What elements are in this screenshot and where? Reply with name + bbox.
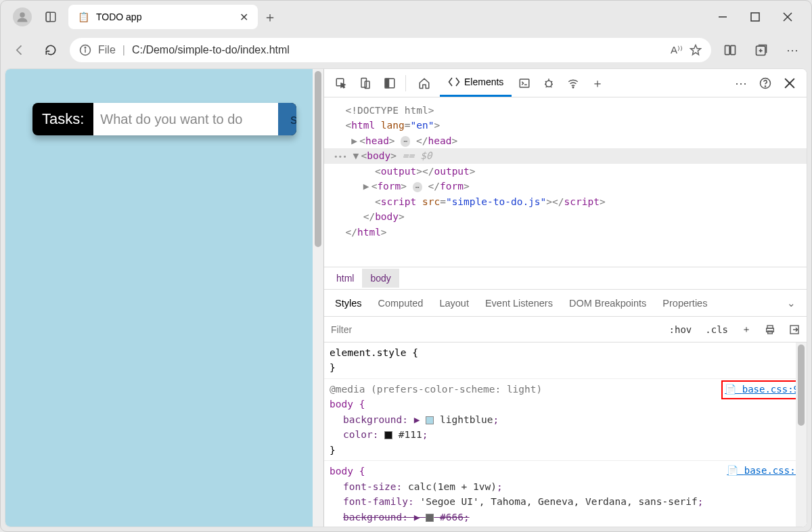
read-aloud-icon[interactable]: A⁾⁾ [671,44,683,56]
styles-tabbar: Styles Computed Layout Event Listeners D… [324,290,807,317]
browser-toolbar: File | C:/Demo/simple-to-do/index.html A… [1,33,811,67]
svg-rect-10 [725,45,730,54]
network-icon[interactable] [562,77,585,89]
svg-rect-19 [385,79,388,88]
svg-point-23 [573,87,574,88]
minimize-icon[interactable] [718,12,727,22]
clipboard-icon: 📋 [78,12,89,22]
new-tab-button[interactable]: ＋ [258,5,282,29]
computed-toggle-icon[interactable] [782,324,807,335]
browser-titlebar: 📋 TODO app ✕ ＋ [1,1,811,33]
source-link-1[interactable]: 📄 base.css:9 [723,382,801,398]
profile-avatar[interactable] [13,7,32,26]
new-rule-icon[interactable]: ＋ [735,324,758,336]
device-icon[interactable] [354,77,377,89]
address-divider: | [122,44,125,56]
todo-widget: Tasks: send [32,103,296,135]
close-tab-icon[interactable]: ✕ [240,11,248,24]
info-icon[interactable] [79,44,91,56]
tab-computed[interactable]: Computed [378,298,424,309]
breadcrumb[interactable]: html body [324,267,807,290]
tab-title: TODO app [96,12,141,22]
collections-icon[interactable] [749,38,773,62]
selected-body-node[interactable]: ••• ▼<body> == $0 [324,148,807,163]
split-screen-icon[interactable] [718,38,742,62]
maximize-icon[interactable] [750,12,760,22]
tab-layout[interactable]: Layout [439,298,469,309]
rule-body-media[interactable]: 📄 base.css:9 @media (prefers-color-schem… [324,379,807,461]
sources-bug-icon[interactable] [537,77,560,89]
address-bar[interactable]: File | C:/Demo/simple-to-do/index.html A… [70,38,711,62]
refresh-button[interactable] [39,38,63,62]
welcome-tab[interactable] [410,69,438,97]
close-window-icon[interactable] [783,12,792,22]
devtools-more-icon[interactable]: ⋯ [729,76,752,91]
elements-tab[interactable]: Elements [440,69,512,97]
tasks-label: Tasks: [32,110,93,128]
back-button[interactable] [7,38,32,62]
send-button[interactable]: send [278,103,296,135]
address-prefix: File [98,44,116,56]
window-controls [718,12,806,22]
close-devtools-icon[interactable] [778,78,801,89]
styles-filter-bar: :hov .cls ＋ [324,317,807,342]
devtools-panel: Elements ＋ ⋯ <!DOCTYPE html> <html lang [323,69,807,527]
doctype: <!DOCTYPE html> [345,105,434,116]
tab-event-listeners[interactable]: Event Listeners [485,298,553,309]
task-input[interactable] [93,103,278,135]
svg-rect-20 [520,79,530,87]
tab-properties[interactable]: Properties [662,298,707,309]
rules-scrollbar[interactable] [796,342,807,527]
inspect-icon[interactable] [330,77,353,89]
svg-rect-2 [46,12,50,22]
favorite-icon[interactable] [690,44,702,56]
content-area: Tasks: send Elements [5,68,807,527]
tab-styles[interactable]: Styles [335,298,362,309]
dom-tree[interactable]: <!DOCTYPE html> <html lang="en"> ▶<head>… [324,97,807,267]
workspaces-icon[interactable] [39,5,63,29]
svg-rect-4 [751,13,759,21]
style-rules[interactable]: element.style { } 📄 base.css:9 @media (p… [324,342,807,527]
svg-rect-11 [731,45,736,54]
help-icon[interactable] [754,77,777,89]
rule-body-2[interactable]: 📄 base.css:1 body { font-size: calc(1em … [324,461,807,527]
svg-point-25 [765,85,765,86]
crumb-html[interactable]: html [328,269,362,288]
menu-icon[interactable]: ⋯ [780,38,805,62]
more-tabs-icon[interactable]: ＋ [586,75,609,91]
hov-toggle[interactable]: :hov [662,324,699,335]
dock-icon[interactable] [378,77,401,89]
page-scrollbar[interactable] [313,69,323,527]
styles-filter-input[interactable] [324,324,662,335]
svg-rect-16 [361,78,367,87]
tab-dom-breakpoints[interactable]: DOM Breakpoints [569,298,646,309]
chevron-down-icon[interactable]: ⌄ [787,298,796,309]
source-link-2[interactable]: 📄 base.css:1 [727,464,801,479]
devtools-tabbar: Elements ＋ ⋯ [324,69,807,97]
console-icon[interactable] [513,77,536,89]
browser-tab[interactable]: 📋 TODO app ✕ [68,5,258,29]
rendered-page: Tasks: send [5,69,323,527]
print-icon[interactable] [758,324,782,335]
elements-tab-label: Elements [464,76,503,87]
svg-point-9 [85,47,86,49]
address-path: C:/Demo/simple-to-do/index.html [132,44,290,56]
rule-element-style[interactable]: element.style { } [324,342,807,379]
svg-point-0 [20,12,25,18]
cls-toggle[interactable]: .cls [698,324,735,335]
crumb-body[interactable]: body [362,269,399,288]
